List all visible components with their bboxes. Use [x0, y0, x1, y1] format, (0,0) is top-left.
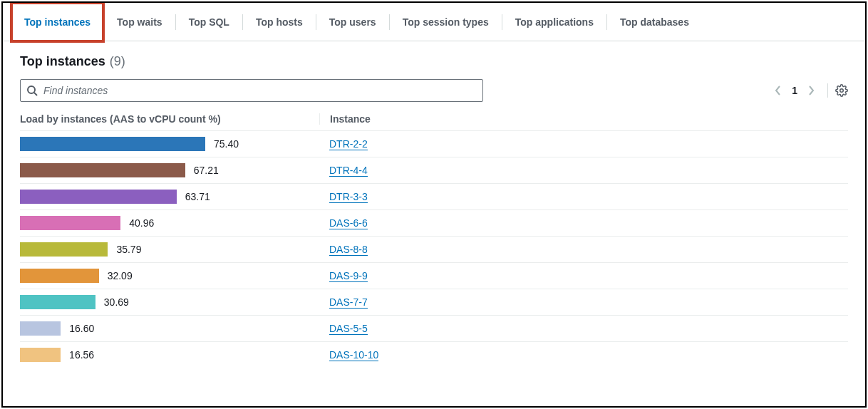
instance-link[interactable]: DAS-7-7 — [329, 296, 368, 309]
load-value: 16.60 — [69, 323, 94, 334]
load-cell: 40.96 — [20, 216, 319, 230]
load-bar — [20, 163, 185, 177]
instance-link[interactable]: DAS-8-8 — [329, 244, 368, 256]
tab-top-instances[interactable]: Top instances — [11, 3, 103, 41]
column-header-instance[interactable]: Instance — [319, 113, 848, 125]
load-cell: 75.40 — [20, 137, 319, 151]
load-bar — [20, 216, 120, 230]
table-row: 40.96DAS-6-6 — [20, 210, 848, 237]
load-cell: 16.56 — [20, 348, 319, 362]
instance-link[interactable]: DAS-10-10 — [329, 349, 378, 361]
load-cell: 32.09 — [20, 269, 319, 283]
table-row: 63.71DTR-3-3 — [20, 184, 848, 210]
instance-cell: DAS-6-6 — [319, 217, 848, 229]
load-cell: 35.79 — [20, 242, 319, 257]
content-area: Top instances (9) 1 — [3, 41, 865, 368]
table-row: 32.09DAS-9-9 — [20, 263, 848, 289]
load-cell: 63.71 — [20, 190, 319, 204]
search-icon — [26, 85, 38, 96]
instance-cell: DAS-8-8 — [319, 244, 848, 255]
instance-link[interactable]: DTR-4-4 — [329, 165, 368, 177]
load-cell: 30.69 — [20, 295, 319, 309]
instance-cell: DAS-5-5 — [319, 323, 848, 334]
table-row: 30.69DAS-7-7 — [20, 289, 848, 316]
load-value: 75.40 — [214, 138, 239, 150]
load-bar — [20, 269, 99, 283]
tab-top-hosts[interactable]: Top hosts — [243, 3, 316, 41]
item-count: (9) — [110, 54, 125, 69]
instance-cell: DTR-4-4 — [319, 165, 848, 176]
table-body: 75.40DTR-2-267.21DTR-4-463.71DTR-3-340.9… — [20, 131, 848, 368]
instance-cell: DTR-3-3 — [319, 191, 848, 202]
table-row: 67.21DTR-4-4 — [20, 157, 848, 184]
load-bar — [20, 321, 61, 336]
load-cell: 16.60 — [20, 321, 319, 336]
instance-link[interactable]: DTR-2-2 — [329, 138, 368, 150]
tab-bar: Top instances Top waits Top SQL Top host… — [3, 3, 865, 41]
svg-line-1 — [34, 93, 37, 95]
instance-link[interactable]: DAS-9-9 — [329, 270, 368, 282]
table-row: 16.60DAS-5-5 — [20, 316, 848, 342]
prev-page-button[interactable] — [775, 85, 782, 96]
load-bar — [20, 295, 95, 309]
load-value: 30.69 — [104, 296, 129, 308]
instance-link[interactable]: DAS-6-6 — [329, 217, 368, 229]
next-page-button[interactable] — [807, 85, 815, 96]
instance-cell: DTR-2-2 — [319, 138, 848, 150]
instance-cell: DAS-7-7 — [319, 296, 848, 308]
tab-top-users[interactable]: Top users — [316, 3, 389, 41]
column-header-load[interactable]: Load by instances (AAS to vCPU count %) — [20, 113, 319, 125]
table-row: 75.40DTR-2-2 — [20, 131, 848, 157]
load-value: 67.21 — [194, 165, 219, 176]
tab-top-waits[interactable]: Top waits — [104, 3, 175, 41]
instance-cell: DAS-9-9 — [319, 270, 848, 281]
load-bar — [20, 137, 205, 151]
load-value: 35.79 — [116, 244, 141, 255]
svg-point-0 — [28, 86, 35, 93]
panel: Top instances Top waits Top SQL Top host… — [1, 1, 867, 408]
tab-top-databases[interactable]: Top databases — [607, 3, 702, 41]
search-input[interactable] — [43, 85, 477, 96]
load-cell: 67.21 — [20, 163, 319, 177]
tab-top-sql[interactable]: Top SQL — [176, 3, 242, 41]
table-row: 16.56DAS-10-10 — [20, 342, 848, 368]
toolbar: 1 — [20, 79, 848, 102]
load-value: 32.09 — [108, 270, 133, 281]
pagination: 1 — [775, 83, 848, 98]
load-value: 63.71 — [185, 191, 210, 202]
load-value: 16.56 — [69, 349, 94, 361]
load-bar — [20, 348, 61, 362]
load-value: 40.96 — [129, 217, 154, 229]
title-row: Top instances (9) — [20, 54, 848, 69]
page-number: 1 — [792, 85, 797, 96]
search-box[interactable] — [20, 79, 483, 102]
svg-point-2 — [840, 89, 844, 93]
instance-link[interactable]: DTR-3-3 — [329, 191, 368, 203]
table-row: 35.79DAS-8-8 — [20, 237, 848, 263]
instance-cell: DAS-10-10 — [319, 349, 848, 361]
tab-top-session-types[interactable]: Top session types — [390, 3, 502, 41]
load-bar — [20, 242, 108, 257]
table-header: Load by instances (AAS to vCPU count %) … — [20, 106, 848, 131]
tab-top-applications[interactable]: Top applications — [502, 3, 606, 41]
settings-button[interactable] — [827, 83, 848, 98]
page-title: Top instances — [20, 54, 105, 69]
instance-link[interactable]: DAS-5-5 — [329, 323, 368, 335]
load-bar — [20, 190, 177, 204]
